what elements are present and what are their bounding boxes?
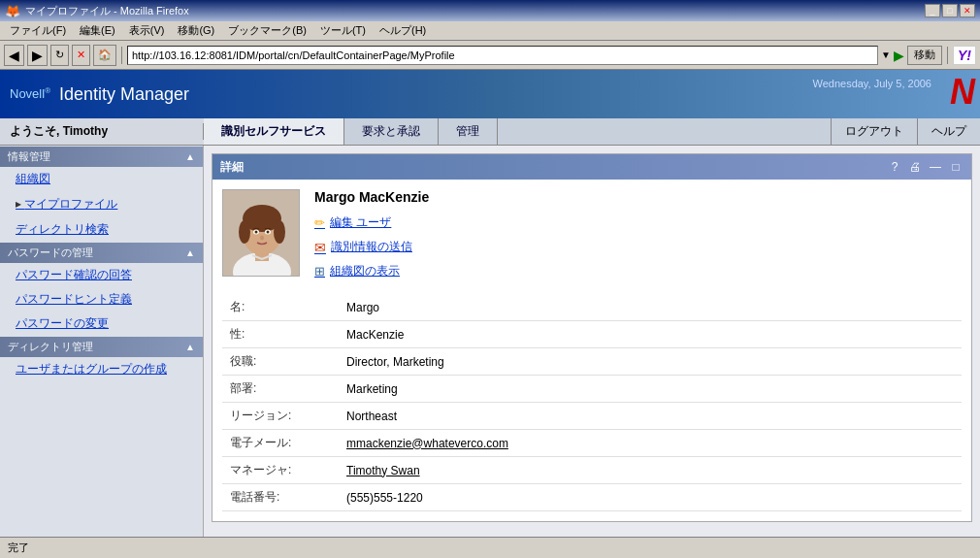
edit-user-label: 編集 ユーザ — [330, 214, 391, 231]
close-button[interactable]: ✕ — [960, 4, 975, 17]
sidebar-section-header-password: パスワードの管理 ▲ — [0, 243, 203, 263]
maximize-panel-button[interactable]: □ — [948, 160, 964, 174]
sidebar-collapse-password[interactable]: ▲ — [185, 247, 195, 258]
svg-point-10 — [267, 231, 270, 234]
sidebar-item-directory-search[interactable]: ディレクトリ検索 — [0, 217, 203, 242]
app-header: Novell® Identity Manager Wednesday, July… — [0, 70, 980, 118]
field-value-dept: Marketing — [339, 376, 962, 403]
home-icon: 🏠 — [98, 49, 112, 61]
sidebar-section-header-info: 情報管理 ▲ — [0, 147, 203, 167]
tab-admin[interactable]: 管理 — [439, 118, 498, 145]
profile-name: Margo MacKenzie — [314, 189, 962, 205]
address-input[interactable] — [127, 46, 878, 65]
sidebar-item-password-confirm[interactable]: パスワード確認の回答 — [0, 263, 203, 287]
statusbar: 完了 — [0, 537, 980, 558]
sidebar-item-myprofile[interactable]: マイプロファイル — [0, 191, 203, 217]
field-value-last-name: MacKenzie — [339, 321, 962, 348]
field-label-email: 電子メール: — [222, 430, 339, 457]
stop-icon: ✕ — [77, 49, 85, 61]
nav-tabs: 識別セルフサービス 要求と承認 管理 ログアウト ヘルプ — [204, 118, 980, 145]
tab-identity-self-service[interactable]: 識別セルフサービス — [204, 118, 344, 145]
menu-help[interactable]: ヘルプ(H) — [374, 21, 432, 40]
minimize-button[interactable]: _ — [925, 4, 940, 17]
table-row: 電話番号: (555)555-1220 — [222, 484, 962, 511]
field-label-phone: 電話番号: — [222, 484, 339, 511]
field-label-manager: マネージャ: — [222, 457, 339, 484]
sidebar-item-password-change[interactable]: パスワードの変更 — [0, 312, 203, 336]
table-row: 性: MacKenzie — [222, 321, 962, 348]
sidebar-collapse-info[interactable]: ▲ — [185, 151, 195, 162]
sidebar-section-header-directory: ディレクトリ管理 ▲ — [0, 337, 203, 357]
forward-button[interactable]: ▶ — [27, 45, 48, 66]
reload-button[interactable]: ↻ — [50, 45, 69, 66]
back-icon: ◀ — [9, 48, 19, 63]
minimize-panel-button[interactable]: — — [928, 160, 943, 174]
svg-point-5 — [239, 220, 250, 244]
reload-icon: ↻ — [55, 49, 64, 61]
profile-top: Margo MacKenzie ✏ 編集 ユーザ ✉ 識別情報の送信 — [222, 189, 962, 279]
table-row: リージョン: Northeast — [222, 403, 962, 430]
sidebar-collapse-directory[interactable]: ▲ — [185, 342, 195, 352]
field-value-manager[interactable]: Timothy Swan — [339, 457, 962, 484]
table-row: 電子メール: mmackenzie@whateverco.com — [222, 430, 962, 457]
dropdown-arrow-icon[interactable]: ▼ — [881, 49, 891, 60]
sidebar-item-create-user-group[interactable]: ユーザまたはグループの作成 — [0, 357, 203, 381]
table-row: マネージャ: Timothy Swan — [222, 457, 962, 484]
menu-view[interactable]: 表示(V) — [123, 21, 171, 40]
send-identity-link[interactable]: ✉ 識別情報の送信 — [314, 239, 962, 255]
titlebar: 🦊 マイプロファイル - Mozilla Firefox _ □ ✕ — [0, 0, 980, 21]
tab-requests-approvals[interactable]: 要求と承認 — [344, 118, 439, 145]
main-layout: 情報管理 ▲ 組織図 マイプロファイル ディレクトリ検索 パスワードの管理 ▲ … — [0, 146, 980, 537]
view-org-chart-link[interactable]: ⊞ 組織図の表示 — [314, 263, 962, 279]
menu-bookmarks[interactable]: ブックマーク(B) — [222, 21, 312, 40]
maximize-button[interactable]: □ — [942, 4, 958, 17]
menu-file[interactable]: ファイル(F) — [4, 21, 72, 40]
profile-actions: ✏ 編集 ユーザ ✉ 識別情報の送信 ⊞ 組織図の表示 — [314, 214, 962, 279]
menu-tools[interactable]: ツール(T) — [314, 21, 372, 40]
table-row: 名: Margo — [222, 294, 962, 321]
field-label-first-name: 名: — [222, 294, 339, 321]
print-panel-button[interactable]: 🖨 — [907, 160, 923, 174]
table-row: 部署: Marketing — [222, 376, 962, 403]
back-button[interactable]: ◀ — [4, 45, 24, 66]
sidebar: 情報管理 ▲ 組織図 マイプロファイル ディレクトリ検索 パスワードの管理 ▲ … — [0, 146, 204, 537]
field-value-email[interactable]: mmackenzie@whateverco.com — [339, 430, 962, 457]
view-org-chart-label: 組織図の表示 — [330, 263, 400, 279]
field-label-dept: 部署: — [222, 376, 339, 403]
field-value-first-name: Margo — [339, 294, 962, 321]
app-logo: Novell® Identity Manager — [10, 84, 189, 105]
detail-panel-title: 詳細 — [220, 159, 244, 176]
detail-panel-header: 詳細 ? 🖨 — □ — [212, 154, 971, 180]
profile-info-right: Margo MacKenzie ✏ 編集 ユーザ ✉ 識別情報の送信 — [314, 189, 962, 279]
sidebar-item-password-hint[interactable]: パスワードヒント定義 — [0, 287, 203, 312]
profile-photo — [222, 189, 300, 277]
logout-button[interactable]: ログアウト — [831, 118, 917, 145]
email-icon: ✉ — [314, 240, 326, 255]
svg-point-6 — [274, 220, 285, 244]
sidebar-item-org-chart[interactable]: 組織図 — [0, 167, 203, 191]
forward-icon: ▶ — [32, 48, 43, 63]
menu-go[interactable]: 移動(G) — [172, 21, 220, 40]
sidebar-section-directory-label: ディレクトリ管理 — [8, 340, 93, 354]
sidebar-section-info-label: 情報管理 — [8, 149, 50, 164]
home-button[interactable]: 🏠 — [93, 45, 116, 66]
help-button[interactable]: ヘルプ — [917, 118, 980, 145]
menubar: ファイル(F) 編集(E) 表示(V) 移動(G) ブックマーク(B) ツール(… — [0, 21, 980, 41]
titlebar-title: 🦊 マイプロファイル - Mozilla Firefox — [5, 4, 189, 18]
svg-point-11 — [260, 236, 264, 241]
org-chart-icon: ⊞ — [314, 264, 325, 279]
welcome-text: ようこそ, Timothy — [0, 123, 204, 140]
edit-user-link[interactable]: ✏ 編集 ユーザ — [314, 214, 962, 231]
go-button[interactable]: 移動 — [907, 46, 942, 65]
field-value-region: Northeast — [339, 403, 962, 430]
yahoo-icon[interactable]: Y! — [953, 46, 976, 65]
novell-n-logo: N — [950, 75, 975, 110]
menu-edit[interactable]: 編集(E) — [74, 21, 121, 40]
novell-logo-text: Novell® — [10, 86, 50, 101]
stop-button[interactable]: ✕ — [72, 45, 90, 66]
help-panel-button[interactable]: ? — [887, 160, 902, 174]
detail-content: Margo MacKenzie ✏ 編集 ユーザ ✉ 識別情報の送信 — [212, 180, 971, 521]
send-identity-label: 識別情報の送信 — [331, 239, 412, 255]
app-date: Wednesday, July 5, 2006 — [812, 78, 931, 89]
statusbar-text: 完了 — [8, 541, 29, 555]
